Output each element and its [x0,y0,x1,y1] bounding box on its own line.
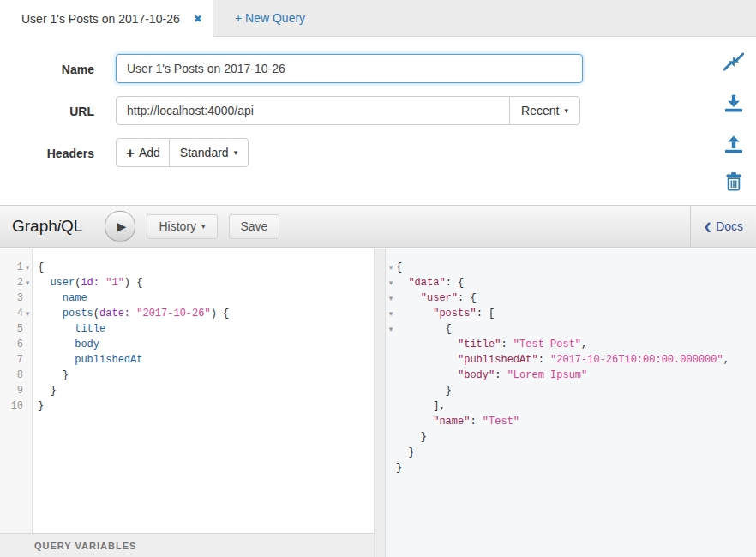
execute-query-button[interactable]: ▶ [105,211,135,242]
code-line: "body": "Lorem Ipsum" [386,368,756,383]
standard-dropdown-label: Standard [180,146,229,159]
code-token: "Lorem Ipsum" [507,369,588,381]
fold-arrow-icon[interactable]: ▾ [386,275,396,290]
code-line: 8 } [0,368,374,383]
code-token: , [581,338,587,350]
pane-resize-handle[interactable] [374,249,386,557]
chevron-down-icon: ▾ [201,223,206,231]
code-line: 1▾{ [0,260,374,275]
line-number: 8 [0,368,23,383]
save-button[interactable]: Save [229,214,280,239]
code-text: body [32,338,99,350]
code-token: ( [93,308,99,320]
code-token [38,308,63,320]
code-token: id: [81,277,99,289]
code-line: "title": "Test Post", [386,337,756,352]
url-input[interactable] [116,96,510,125]
code-line: ▾ "user": { [386,290,756,306]
code-text: "name": "Test" [396,416,519,428]
code-text: "body": "Lorem Ipsum" [396,369,587,381]
code-line: 5 title [0,321,374,337]
code-token: } [421,431,427,443]
code-text: "user": { [396,292,477,304]
line-number: 6 [0,337,23,352]
add-header-label: Add [139,146,160,159]
result-pane: ▾{▾ "data": {▾ "user": {▾ "posts": [▾ { … [386,249,756,557]
code-text: } [32,385,57,397]
active-query-tab[interactable]: User 1's Posts on 2017-10-26 ✖ [0,0,213,37]
code-line: "name": "Test" [386,414,756,429]
plus-icon: + [126,146,135,160]
code-token: ], [433,400,445,412]
code-line: 4▾ posts(date: "2017-10-26") { [0,306,374,321]
code-text: name [32,292,87,304]
code-token: ) { [124,277,143,289]
fold-arrow-icon[interactable]: ▾ [386,321,396,337]
query-editor-pane[interactable]: 1▾{2▾ user(id: "1") {3 name4▾ posts(date… [0,249,374,557]
line-number: 2 [0,275,23,290]
line-number: 1 [0,260,23,275]
code-token: } [396,462,402,474]
line-number: 4 [0,306,23,321]
code-token [396,277,408,289]
upload-icon[interactable] [723,134,744,154]
download-icon[interactable] [723,93,744,113]
chevron-down-icon: ▾ [234,149,238,157]
code-text: } [396,431,427,443]
code-token [396,323,446,335]
code-line: 7 publishedAt [0,352,374,368]
code-token: user [50,277,75,289]
code-token: } [63,369,69,381]
play-icon: ▶ [117,219,127,233]
editor-area: 1▾{2▾ user(id: "1") {3 name4▾ posts(date… [0,249,756,557]
name-input[interactable] [116,54,583,83]
add-header-button[interactable]: + Add [116,138,171,167]
fold-arrow-icon[interactable]: ▾ [386,290,396,306]
close-tab-icon[interactable]: ✖ [194,13,202,25]
query-variables-bar[interactable]: QUERY VARIABLES [0,533,375,557]
code-token: ) { [211,308,230,320]
line-number: 10 [0,398,23,414]
fold-arrow-icon[interactable]: ▾ [23,306,32,321]
code-line: } [386,445,756,460]
recent-dropdown-button[interactable]: Recent ▾ [509,96,580,125]
fold-arrow-icon[interactable]: ▾ [386,260,396,275]
code-token: } [38,400,44,412]
tab-bar: + New Query User 1's Posts on 2017-10-26… [0,0,756,37]
docs-toggle[interactable]: ❮ Docs [690,205,756,248]
trash-icon[interactable] [723,171,744,191]
recent-dropdown-label: Recent [521,104,559,117]
code-text: } [396,385,452,397]
code-token [38,323,75,335]
code-token [396,416,433,428]
collapse-icon[interactable] [723,51,744,72]
code-line: 6 body [0,337,374,352]
code-token: : { [446,277,465,289]
history-button[interactable]: History ▾ [147,214,217,239]
query-variables-label: QUERY VARIABLES [34,541,136,551]
code-token [38,385,50,397]
code-text: } [32,369,69,381]
code-line: ▾ "data": { [386,275,756,290]
standard-headers-dropdown-button[interactable]: Standard ▾ [169,138,249,167]
code-token: : [470,416,482,428]
code-token: : [ [477,308,495,320]
code-token [396,354,458,366]
code-token [396,308,433,320]
code-token: "2017-10-26T10:00:00.000000" [550,354,723,366]
query-code[interactable]: 1▾{2▾ user(id: "1") {3 name4▾ posts(date… [0,260,374,414]
line-number: 5 [0,321,23,337]
tab-bar-background: + New Query [213,0,756,37]
code-token [396,369,458,381]
fold-arrow-icon[interactable]: ▾ [23,260,32,275]
code-token: } [408,446,414,458]
history-label: History [159,219,196,233]
code-text: } [396,462,402,474]
code-line: 2▾ user(id: "1") { [0,275,374,290]
fold-arrow-icon[interactable]: ▾ [23,275,32,290]
new-query-tab[interactable]: + New Query [213,11,305,25]
code-token: "Test Post" [513,338,581,350]
code-token: "user" [421,292,458,304]
fold-arrow-icon[interactable]: ▾ [386,306,396,321]
docs-label: Docs [716,219,743,233]
